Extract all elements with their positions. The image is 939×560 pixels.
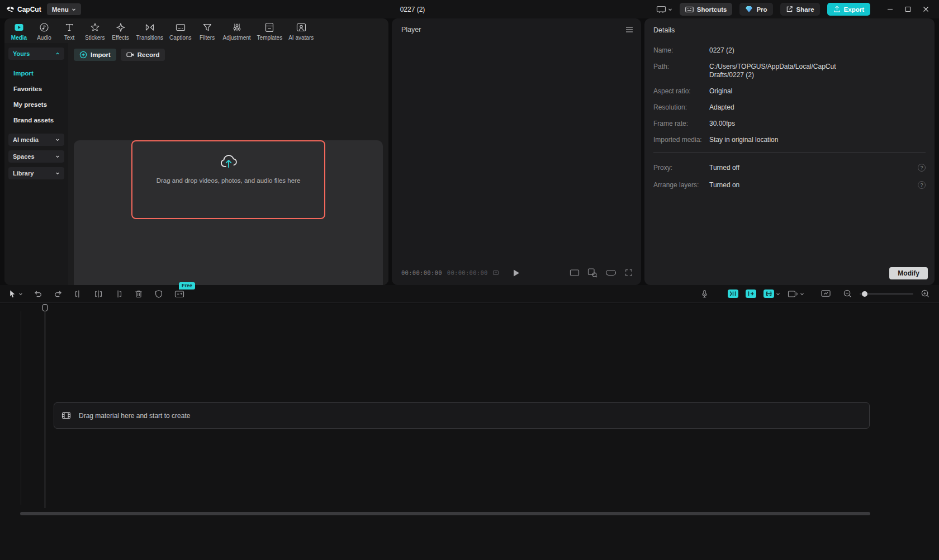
media-content-area: Import Record Drag and drop videos, phot… <box>68 43 388 285</box>
sidebar-section-yours[interactable]: Yours <box>8 48 64 60</box>
chevron-down-icon <box>55 137 60 142</box>
split-button[interactable] <box>93 289 103 299</box>
timeline-zoom-slider[interactable] <box>860 293 913 295</box>
detail-row-path: Path: C:/Users/TOPGUS/AppData/Local/CapC… <box>644 63 935 79</box>
tab-filters[interactable]: Filters <box>195 21 220 42</box>
sidebar-section-ai-media[interactable]: AI media <box>8 134 64 146</box>
sidebar-section-spaces[interactable]: Spaces <box>8 150 64 163</box>
diamond-icon <box>745 6 753 13</box>
tab-audio[interactable]: Audio <box>32 21 56 42</box>
record-button[interactable]: Record <box>121 49 165 61</box>
transitions-icon <box>144 22 155 33</box>
delete-button[interactable] <box>134 289 144 299</box>
chevron-down-icon <box>18 292 23 296</box>
chevron-down-icon <box>800 292 804 296</box>
split-right-button[interactable] <box>113 289 124 299</box>
details-divider <box>653 152 926 153</box>
drag-drop-target[interactable]: Drag and drop videos, photos, and audio … <box>131 140 325 219</box>
layout-switch-button[interactable] <box>656 5 672 14</box>
detail-row-name: Name: 0227 (2) <box>644 46 935 55</box>
sidebar-item-import[interactable]: Import <box>8 65 64 81</box>
media-library-panel: Media Audio Text Stickers Effects Transi… <box>4 18 388 285</box>
sidebar-section-library[interactable]: Library <box>8 167 64 179</box>
capcut-logo: CapCut <box>0 6 47 13</box>
captions-icon <box>175 22 186 33</box>
select-tool-button[interactable] <box>8 289 23 298</box>
timeline-toolbar: Free <box>0 285 939 303</box>
zoom-slider-knob[interactable] <box>862 291 867 297</box>
ai-tools-button[interactable]: Free <box>174 289 185 299</box>
zoom-slider-track[interactable] <box>860 293 913 295</box>
playhead-handle[interactable] <box>42 304 48 311</box>
chevron-up-icon <box>55 51 60 56</box>
mask-icon[interactable] <box>154 289 164 299</box>
dropzone-caption: Drag and drop videos, photos, and audio … <box>156 177 301 184</box>
monitor-icon <box>656 5 666 14</box>
split-left-button[interactable] <box>73 289 83 299</box>
auto-snap-toggle[interactable] <box>746 290 756 298</box>
mini-player-icon[interactable] <box>605 269 616 277</box>
chevron-down-icon <box>668 7 672 12</box>
canvas-ratio-icon[interactable] <box>570 268 580 277</box>
tab-effects[interactable]: Effects <box>108 21 133 42</box>
horizontal-scrollbar[interactable] <box>20 512 870 515</box>
duration-settings-icon[interactable] <box>492 269 499 276</box>
app-name: CapCut <box>17 6 41 13</box>
preview-quality-button[interactable] <box>821 289 831 298</box>
voiceover-mic-button[interactable] <box>700 289 709 299</box>
share-button[interactable]: Share <box>780 3 820 16</box>
tab-captions[interactable]: Captions <box>167 21 194 42</box>
menu-button[interactable]: Menu <box>47 3 81 15</box>
track-cover-button[interactable] <box>788 290 804 298</box>
detail-row-aspect-ratio: Aspect ratio: Original <box>644 87 935 96</box>
timeline-drop-placeholder[interactable]: Drag material here and start to create <box>54 402 870 429</box>
import-button[interactable]: Import <box>74 49 116 61</box>
zoom-in-button[interactable] <box>921 289 930 298</box>
player-panel: Player 00:00:00:00 00:00:00:00 <box>392 18 641 285</box>
player-title: Player <box>401 26 421 34</box>
pro-badge[interactable]: Pro <box>739 3 772 16</box>
close-button[interactable] <box>917 0 935 18</box>
tab-adjustment[interactable]: Adjustment <box>220 21 254 42</box>
free-badge: Free <box>179 282 195 290</box>
player-menu-icon[interactable] <box>625 26 633 33</box>
detail-row-frame-rate: Frame rate: 30.00fps <box>644 120 935 128</box>
tab-transitions[interactable]: Transitions <box>134 21 167 42</box>
plus-circle-icon <box>79 51 87 59</box>
help-icon[interactable]: ? <box>918 164 926 172</box>
details-title: Details <box>644 18 935 46</box>
zoom-out-button[interactable] <box>843 289 852 298</box>
tab-text[interactable]: Text <box>57 21 82 42</box>
media-ribbon: Media Audio Text Stickers Effects Transi… <box>4 18 388 43</box>
fullscreen-icon[interactable] <box>624 268 633 277</box>
modify-button[interactable]: Modify <box>889 267 928 279</box>
chevron-down-icon <box>55 154 60 159</box>
tab-stickers[interactable]: Stickers <box>82 21 108 42</box>
titlebar: CapCut Menu 0227 (2) Shortcuts Pro Share… <box>0 0 939 18</box>
main-track-magnet-toggle[interactable] <box>728 290 738 298</box>
tab-templates[interactable]: Templates <box>254 21 286 42</box>
stickers-icon <box>89 22 101 33</box>
play-button[interactable] <box>513 269 520 277</box>
sidebar-item-favorites[interactable]: Favorites <box>8 81 64 97</box>
tab-ai-avatars[interactable]: AI avatars <box>286 21 316 42</box>
timeline-area[interactable]: Drag material here and start to create <box>0 303 939 560</box>
total-timecode: 00:00:00:00 <box>447 269 488 276</box>
templates-icon <box>264 22 275 33</box>
share-icon <box>786 6 793 13</box>
linking-toggle[interactable] <box>763 290 780 298</box>
filters-icon <box>202 22 213 33</box>
sidebar-item-brand-assets[interactable]: Brand assets <box>8 112 64 128</box>
chevron-down-icon <box>776 292 780 296</box>
maximize-button[interactable] <box>899 0 917 18</box>
undo-button[interactable] <box>33 289 43 299</box>
sidebar-item-my-presets[interactable]: My presets <box>8 97 64 112</box>
help-icon[interactable]: ? <box>918 181 926 189</box>
zoom-fit-icon[interactable] <box>587 268 597 278</box>
keyboard-icon <box>685 6 694 13</box>
shortcuts-button[interactable]: Shortcuts <box>680 3 733 16</box>
minimize-button[interactable] <box>881 0 899 18</box>
redo-button[interactable] <box>53 289 63 299</box>
tab-media[interactable]: Media <box>7 21 31 42</box>
export-button[interactable]: Export <box>827 3 870 16</box>
